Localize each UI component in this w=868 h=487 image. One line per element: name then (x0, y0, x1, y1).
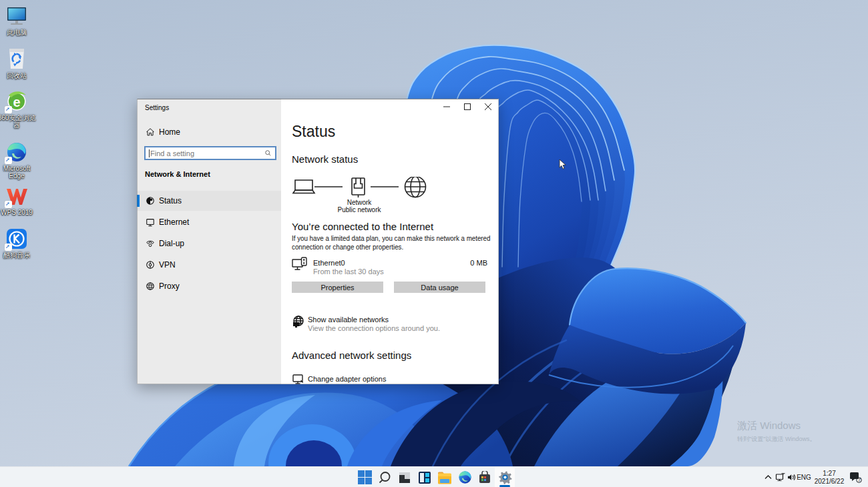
svg-text:7: 7 (857, 478, 860, 482)
svg-text:e: e (13, 95, 20, 109)
